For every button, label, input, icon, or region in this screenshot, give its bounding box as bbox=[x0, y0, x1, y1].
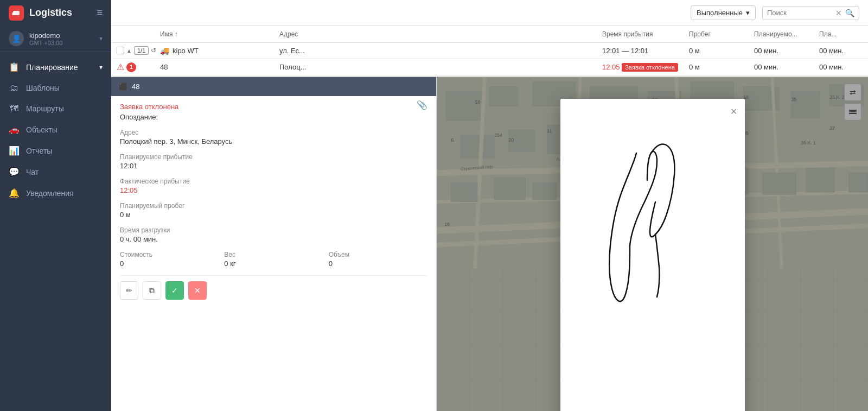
signature-canvas bbox=[571, 110, 734, 411]
detail-planned-arrival-value: 12:01 bbox=[120, 162, 427, 170]
row2-time: 12:05 Заявка отклонена bbox=[597, 63, 684, 71]
sidebar-item-label: Уведомления bbox=[26, 189, 74, 198]
sidebar-header: Logistics ≡ bbox=[0, 0, 111, 26]
search-input[interactable] bbox=[767, 9, 832, 17]
detail-unload-label: Время разгрузки bbox=[120, 226, 427, 234]
row2-mileage: 0 м bbox=[684, 63, 749, 71]
row1-page-badge: 1/1 bbox=[134, 46, 149, 55]
signature-svg bbox=[571, 110, 734, 411]
row1-address: ул. Ес... bbox=[274, 47, 597, 55]
templates-icon: 🗂 bbox=[9, 83, 20, 93]
chat-icon: 💬 bbox=[9, 167, 20, 177]
row1-planned2: 00 мин. bbox=[814, 47, 868, 55]
filter-dropdown[interactable]: Выполненные ▾ bbox=[691, 5, 756, 20]
sidebar-item-reports[interactable]: 📊 Отчеты bbox=[0, 140, 111, 161]
filter-label: Выполненные bbox=[697, 9, 743, 17]
routes-icon: 🗺 bbox=[9, 104, 20, 113]
confirm-button[interactable]: ✓ bbox=[165, 281, 184, 300]
sidebar: Logistics ≡ 👤 kipodemo GMT +03:00 ▾ 📋 Пл… bbox=[0, 0, 111, 411]
planning-icon: 📋 bbox=[9, 62, 20, 72]
sidebar-item-label: Шаблоны bbox=[26, 84, 60, 92]
detail-rejected-label: Заявка отклонена bbox=[120, 103, 427, 111]
detail-weight-label: Вес bbox=[224, 251, 323, 258]
map-area: Стрелецкий пер. Полоцкий пер. Маросейка … bbox=[437, 77, 868, 411]
edit-button[interactable]: ✏ bbox=[120, 281, 138, 300]
user-name: kipodemo bbox=[29, 31, 94, 40]
row1-planned1: 00 мин. bbox=[749, 47, 814, 55]
alert-badge: 1 bbox=[126, 62, 136, 72]
th-arrival-time: Время прибытия bbox=[597, 30, 684, 38]
objects-icon: 🚗 bbox=[9, 124, 20, 135]
row2-planned1: 00 мин. bbox=[749, 63, 814, 71]
detail-header-icon: ⬛ bbox=[119, 83, 127, 91]
th-mileage: Пробег bbox=[684, 30, 749, 38]
sidebar-item-objects[interactable]: 🚗 Объекты bbox=[0, 119, 111, 140]
user-info: kipodemo GMT +03:00 bbox=[29, 31, 94, 46]
th-controls bbox=[111, 30, 155, 38]
detail-mileage-section: Планируемый пробег 0 м bbox=[120, 202, 427, 219]
sidebar-item-templates[interactable]: 🗂 Шаблоны bbox=[0, 78, 111, 98]
filter-chevron-icon: ▾ bbox=[746, 9, 750, 17]
bottom-split: ⬛ 48 Заявка отклонена Опоздание; 📎 Адрес… bbox=[111, 77, 868, 411]
detail-cost-label: Стоимость bbox=[120, 251, 219, 258]
detail-mileage-value: 0 м bbox=[120, 211, 427, 219]
row1-checkbox[interactable] bbox=[117, 47, 124, 54]
sidebar-item-label: Маршруты bbox=[26, 104, 64, 113]
row1-mileage: 0 м bbox=[684, 47, 749, 55]
main-content: Выполненные ▾ ✕ 🔍 Имя ↑ Адрес Время приб… bbox=[111, 0, 868, 411]
detail-mileage-label: Планируемый пробег bbox=[120, 202, 427, 210]
table-row[interactable]: ⚠ 1 48 Полоц... 12:05 Заявка отклонена 0… bbox=[111, 59, 868, 76]
detail-volume-label: Объем bbox=[329, 251, 427, 258]
sidebar-item-planning[interactable]: 📋 Планирование ▾ bbox=[0, 56, 111, 78]
sidebar-item-label: Отчеты bbox=[26, 147, 52, 155]
detail-unload-value: 0 ч. 00 мин. bbox=[120, 235, 427, 243]
detail-weight-value: 0 кг bbox=[224, 260, 323, 268]
planning-chevron-icon: ▾ bbox=[99, 64, 103, 71]
sidebar-user[interactable]: 👤 kipodemo GMT +03:00 ▾ bbox=[0, 26, 111, 52]
th-planned1: Планируемо... bbox=[749, 30, 814, 38]
detail-grid: Стоимость 0 Вес 0 кг Объем 0 bbox=[120, 251, 427, 268]
svg-rect-1 bbox=[12, 12, 15, 15]
modal-overlay: × bbox=[437, 77, 868, 411]
copy-button[interactable]: ⧉ bbox=[143, 281, 161, 300]
detail-header-num: 48 bbox=[132, 83, 139, 91]
search-clear-icon[interactable]: ✕ bbox=[835, 9, 842, 17]
attach-icon[interactable]: 📎 bbox=[417, 100, 427, 110]
detail-actual-arrival-value: 12:05 bbox=[120, 186, 427, 194]
row1-name: 🚚 kipo WT bbox=[155, 46, 274, 55]
th-name: Имя ↑ bbox=[155, 30, 274, 38]
detail-cost-item: Стоимость 0 bbox=[120, 251, 219, 268]
warning-icon: ⚠ bbox=[117, 62, 124, 72]
reports-icon: 📊 bbox=[9, 146, 20, 156]
detail-panel: ⬛ 48 Заявка отклонена Опоздание; 📎 Адрес… bbox=[111, 77, 437, 411]
detail-weight-item: Вес 0 кг bbox=[224, 251, 323, 268]
table-area: Имя ↑ Адрес Время прибытия Пробег Планир… bbox=[111, 26, 868, 77]
search-box: ✕ 🔍 bbox=[762, 6, 859, 20]
sidebar-nav: 📋 Планирование ▾ 🗂 Шаблоны 🗺 Маршруты 🚗 … bbox=[0, 52, 111, 411]
table-row[interactable]: ▲ 1/1 ↺ 🚚 kipo WT ул. Ес... 12:01 — 12:0… bbox=[111, 43, 868, 59]
detail-volume-item: Объем 0 bbox=[329, 251, 427, 268]
table-header: Имя ↑ Адрес Время прибытия Пробег Планир… bbox=[111, 26, 868, 43]
user-timezone: GMT +03:00 bbox=[29, 40, 94, 46]
app-title: Logistics bbox=[29, 7, 91, 18]
row1-time: 12:01 — 12:01 bbox=[597, 47, 684, 55]
menu-icon[interactable]: ≡ bbox=[97, 7, 103, 18]
rejected-status-badge: Заявка отклонена bbox=[622, 63, 678, 72]
user-avatar: 👤 bbox=[9, 31, 24, 46]
row1-chevron-icon[interactable]: ▲ bbox=[126, 48, 132, 54]
sidebar-item-routes[interactable]: 🗺 Маршруты bbox=[0, 98, 111, 119]
detail-planned-arrival-section: Планируемое прибытие 12:01 bbox=[120, 153, 427, 170]
top-bar: Выполненные ▾ ✕ 🔍 bbox=[111, 0, 868, 26]
detail-body: Заявка отклонена Опоздание; 📎 Адрес Поло… bbox=[111, 96, 436, 306]
notifications-icon: 🔔 bbox=[9, 188, 20, 198]
search-icon[interactable]: 🔍 bbox=[845, 9, 854, 17]
sidebar-item-label: Объекты bbox=[26, 125, 58, 134]
detail-header: ⬛ 48 bbox=[111, 77, 436, 96]
sidebar-item-chat[interactable]: 💬 Чат bbox=[0, 161, 111, 182]
delete-button[interactable]: ✕ bbox=[188, 281, 207, 300]
sidebar-item-notifications[interactable]: 🔔 Уведомления bbox=[0, 182, 111, 204]
detail-address-value: Полоцкий пер. 3, Минск, Беларусь bbox=[120, 137, 427, 146]
detail-address-section: Адрес Полоцкий пер. 3, Минск, Беларусь bbox=[120, 129, 427, 146]
modal-box: × bbox=[560, 99, 745, 411]
truck-icon: 🚚 bbox=[160, 46, 169, 55]
